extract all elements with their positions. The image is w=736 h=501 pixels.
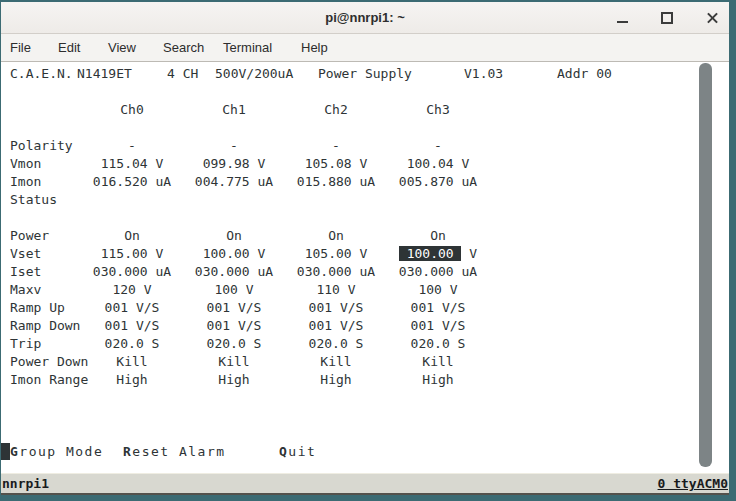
menu-search[interactable]: Search [163,34,204,62]
value-cell-ch3: 100 V [373,282,503,298]
row-label: Vmon [10,156,41,172]
desktop: pi@nnrpi1: ~ File Edit View Search Termi… [0,0,736,501]
device-model: N1419ET [77,66,132,82]
menu-file[interactable]: File [10,34,31,62]
column-header-ch1: Ch1 [194,102,274,117]
menu-view[interactable]: View [108,34,136,62]
minimize-icon [617,21,628,23]
maximize-icon [661,12,673,24]
row-label: Polarity [10,138,73,154]
row-label: Trip [10,336,41,352]
column-header-ch3: Ch3 [398,102,478,117]
row-label: Iset [10,264,41,280]
tui-item-group-mode[interactable]: Group Mode [10,444,103,460]
close-button[interactable] [703,2,723,34]
terminal-window: pi@nnrpi1: ~ File Edit View Search Termi… [1,2,729,495]
maximize-button[interactable] [657,2,677,34]
device-product: Power Supply [318,66,412,82]
vset-ch3-edit-field[interactable]: 100.00 V [373,246,503,262]
row-label: Ramp Up [10,300,65,316]
device-brand: C.A.E.N. [10,66,73,82]
minimize-button[interactable] [613,2,633,34]
value-cell-ch3: 100.04 V [373,156,503,172]
value-cell-ch3: 001 V/S [373,300,503,316]
value-cell-ch3: High [373,372,503,388]
scrollbar-thumb[interactable] [699,63,712,467]
menu-edit[interactable]: Edit [58,34,80,62]
column-header-ch0: Ch0 [92,102,172,117]
menu-terminal[interactable]: Terminal [223,34,272,62]
terminal-cursor [1,443,10,460]
statusbar-hostname: nnrpi1 [2,475,49,493]
highlighted-value[interactable]: 100.00 [399,246,462,261]
hotkey: G [10,444,19,459]
device-version: V1.03 [464,66,503,82]
titlebar[interactable]: pi@nnrpi1: ~ [1,2,729,34]
value-cell-ch3: On [373,228,503,244]
device-channels: 4 CH [167,66,198,82]
row-label: Maxv [10,282,41,298]
row-label: Status [10,192,57,208]
hotkey: Q [279,444,288,459]
tui-item-quit[interactable]: Quit [279,444,316,460]
tui-item-reset-alarm[interactable]: Reset Alarm [123,444,226,460]
row-label: Vset [10,246,41,262]
statusbar-active-window: 0 ttyACM0 [658,475,728,493]
value-cell-ch3: 001 V/S [373,318,503,334]
row-label: Imon [10,174,41,190]
value-cell-ch3: - [373,138,503,154]
column-header-ch2: Ch2 [296,102,376,117]
hotkey: R [123,444,132,459]
row-label: Power [10,228,49,244]
menubar: File Edit View Search Terminal Help [1,34,729,62]
device-address: Addr 00 [557,66,612,82]
value-cell-ch3: Kill [373,354,503,370]
terminal-viewport[interactable]: C.A.E.N. N1419ET 4 CH 500V/200uA Power S… [1,62,729,473]
statusbar: nnrpi1 0 ttyACM0 [1,473,729,493]
value-cell-ch3: 030.000 uA [373,264,503,280]
value-cell-ch3: 005.870 uA [373,174,503,190]
value-cell-ch3: 020.0 S [373,336,503,352]
device-rating: 500V/200uA [215,66,293,82]
menu-help[interactable]: Help [301,34,328,62]
